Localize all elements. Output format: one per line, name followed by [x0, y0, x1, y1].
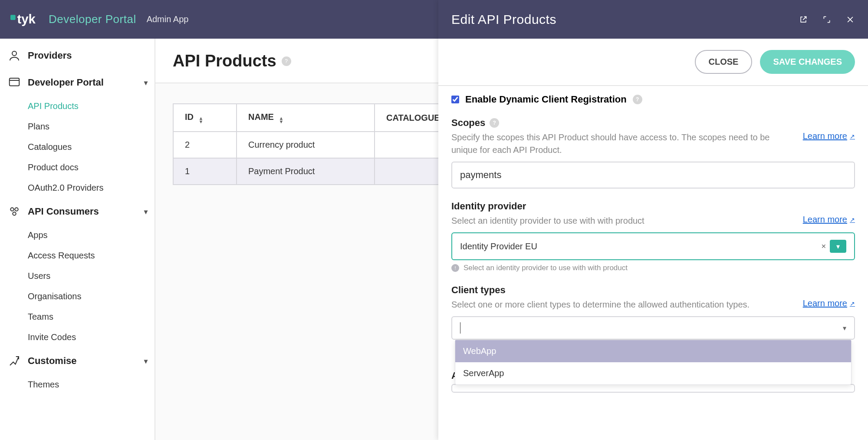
- help-icon[interactable]: ?: [490, 118, 499, 128]
- svg-text:tyk: tyk: [17, 12, 36, 26]
- client-types-dropdown-wrap: ▾ WebApp ServerApp: [451, 316, 855, 340]
- providers-icon: [7, 48, 22, 63]
- sidebar-section-api-consumers[interactable]: API Consumers ▾: [0, 198, 155, 225]
- learn-more-text: Learn more: [803, 215, 847, 225]
- chevron-down-icon: ▾: [144, 79, 148, 87]
- sidebar-item-users[interactable]: Users: [0, 266, 155, 286]
- chevron-down-icon: ▾: [144, 357, 148, 365]
- panel-header: Edit API Products: [438, 0, 868, 39]
- sidebar-label: Providers: [28, 50, 72, 61]
- external-link-icon: ↗: [850, 216, 855, 223]
- sort-icon: ▲▼: [279, 116, 283, 123]
- panel-body: Enable Dynamic Client Registration ? Sco…: [438, 86, 868, 440]
- enable-dcr-row: Enable Dynamic Client Registration ?: [451, 94, 855, 105]
- brand: tyk Developer Portal: [10, 10, 136, 29]
- chevron-down-icon[interactable]: ✕: [830, 240, 846, 253]
- expand-icon[interactable]: [822, 15, 832, 24]
- sidebar-item-organisations[interactable]: Organisations: [0, 286, 155, 307]
- scopes-desc: Specify the scopes this API Product shou…: [451, 131, 792, 156]
- col-name[interactable]: NAME ▲▼: [237, 104, 375, 132]
- sidebar-item-plans[interactable]: Plans: [0, 116, 155, 137]
- client-types-section: Client types Select one or more client t…: [451, 285, 855, 340]
- portal-icon: [7, 75, 22, 90]
- svg-point-5: [15, 208, 18, 211]
- client-type-option-serverapp[interactable]: ServerApp: [455, 362, 851, 384]
- client-types-input[interactable]: ▾: [451, 316, 855, 340]
- clear-icon[interactable]: ✕: [821, 243, 826, 250]
- client-types-menu: WebApp ServerApp: [455, 340, 852, 385]
- idp-hint-text: Select an identity provider to use with …: [464, 264, 628, 272]
- svg-rect-3: [10, 78, 20, 86]
- col-name-label: NAME: [248, 112, 274, 122]
- help-icon[interactable]: ?: [282, 56, 291, 66]
- idp-learn-more-link[interactable]: Learn more ↗: [803, 215, 855, 225]
- customise-icon: [7, 354, 22, 368]
- idp-select-value: Identity Provider EU: [460, 242, 537, 251]
- learn-more-text: Learn more: [803, 131, 847, 141]
- col-id[interactable]: ID ▲▼: [173, 104, 237, 132]
- idp-hint: ! Select an identity provider to use wit…: [451, 264, 855, 272]
- chevron-down-icon: ▾: [144, 208, 148, 216]
- idp-desc: Select an identity provider to use with …: [451, 215, 792, 227]
- learn-more-text: Learn more: [803, 298, 847, 308]
- idp-select-wrap: Identity Provider EU ✕: [451, 232, 855, 260]
- sidebar-item-product-docs[interactable]: Product docs: [0, 157, 155, 178]
- sidebar-item-access-requests[interactable]: Access Requests: [0, 245, 155, 266]
- sidebar-label: Customise: [28, 355, 76, 367]
- scopes-heading-text: Scopes: [451, 117, 485, 129]
- idp-heading: Identity provider: [451, 201, 855, 212]
- external-link-icon: ↗: [850, 300, 855, 307]
- svg-point-6: [13, 212, 16, 215]
- client-types-heading: Client types: [451, 285, 855, 296]
- external-link-icon: ↗: [850, 133, 855, 140]
- svg-rect-0: [10, 15, 16, 20]
- text-cursor: [460, 322, 460, 334]
- panel-title: Edit API Products: [451, 12, 556, 27]
- page-title: API Products: [173, 52, 276, 70]
- sidebar-item-api-products[interactable]: API Products: [0, 96, 155, 116]
- client-type-option-webapp[interactable]: WebApp: [455, 340, 851, 362]
- cell-name: Payment Product: [237, 158, 375, 185]
- api-resources-field[interactable]: [451, 384, 855, 393]
- header-icons: [799, 15, 855, 24]
- close-icon[interactable]: [845, 15, 855, 24]
- sidebar-item-invite-codes[interactable]: Invite Codes: [0, 327, 155, 347]
- cell-id: 1: [173, 158, 237, 185]
- sidebar-item-catalogues[interactable]: Catalogues: [0, 137, 155, 157]
- svg-point-2: [12, 51, 16, 56]
- close-button[interactable]: CLOSE: [695, 50, 753, 74]
- consumers-icon: [7, 204, 22, 219]
- save-changes-button[interactable]: SAVE CHANGES: [760, 50, 855, 74]
- cell-name: Currency product: [237, 132, 375, 158]
- open-new-window-icon[interactable]: [799, 15, 808, 24]
- sidebar-section-developer-portal[interactable]: Developer Portal ▾: [0, 69, 155, 96]
- client-types-heading-text: Client types: [451, 285, 506, 296]
- scopes-heading: Scopes ?: [451, 117, 855, 129]
- idp-section: Identity provider Select an identity pro…: [451, 201, 855, 272]
- svg-point-4: [10, 208, 14, 211]
- help-icon[interactable]: ?: [633, 95, 642, 104]
- sidebar-item-apps[interactable]: Apps: [0, 225, 155, 245]
- sidebar-section-customise[interactable]: Customise ▾: [0, 347, 155, 374]
- enable-dcr-checkbox[interactable]: [451, 96, 459, 103]
- cell-id: 2: [173, 132, 237, 158]
- sidebar-item-oauth2-providers[interactable]: OAuth2.0 Providers: [0, 178, 155, 198]
- panel-actions: CLOSE SAVE CHANGES: [438, 39, 868, 86]
- idp-select[interactable]: Identity Provider EU ✕: [451, 232, 855, 260]
- scopes-section: Scopes ? Specify the scopes this API Pro…: [451, 117, 855, 189]
- sidebar-item-themes[interactable]: Themes: [0, 374, 155, 395]
- scopes-learn-more-link[interactable]: Learn more ↗: [803, 131, 855, 141]
- client-types-desc: Select one or more client types to deter…: [451, 298, 792, 311]
- sidebar-item-teams[interactable]: Teams: [0, 307, 155, 327]
- client-types-learn-more-link[interactable]: Learn more ↗: [803, 298, 855, 308]
- info-icon: !: [451, 264, 459, 272]
- scopes-input[interactable]: [451, 162, 855, 189]
- chevron-down-icon: ▾: [843, 324, 846, 332]
- sidebar-label: API Consumers: [28, 206, 99, 217]
- enable-dcr-checkbox-label[interactable]: Enable Dynamic Client Registration ?: [451, 94, 855, 105]
- sidebar: Providers Developer Portal ▾ API Product…: [0, 39, 155, 440]
- sidebar-label: Developer Portal: [28, 77, 104, 88]
- edit-panel: Edit API Products CLOSE SAVE CHANGES Ena…: [438, 0, 868, 440]
- col-id-label: ID: [185, 112, 194, 122]
- sidebar-section-providers[interactable]: Providers: [0, 42, 155, 69]
